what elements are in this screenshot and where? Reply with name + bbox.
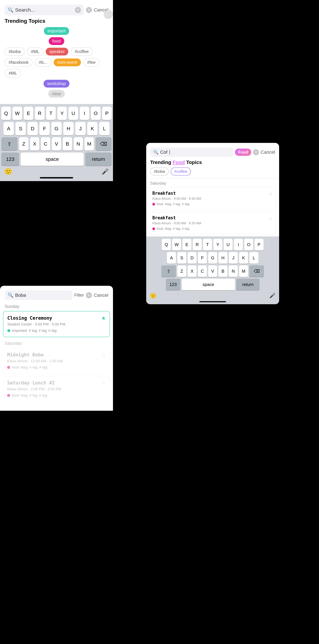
dismiss-button[interactable]: ✕	[86, 7, 92, 13]
rkey-q[interactable]: Q	[162, 239, 171, 250]
key-h[interactable]: H	[63, 122, 74, 135]
pill-boba[interactable]: #boba	[5, 47, 24, 56]
rkey-f[interactable]: F	[198, 252, 207, 264]
rkey-s[interactable]: S	[177, 252, 186, 264]
key-123[interactable]: 123	[1, 152, 19, 166]
event-card-midnight-boba[interactable]: Midnight Boba Klaus Atrium · 12:00 AM - …	[3, 348, 110, 374]
rkey-p[interactable]: P	[254, 239, 264, 250]
rkey-g[interactable]: G	[208, 252, 217, 264]
cancel-right-button[interactable]: Cancel	[261, 150, 275, 155]
key-shift[interactable]: ⇧	[1, 137, 18, 150]
key-p[interactable]: P	[102, 107, 112, 120]
key-z[interactable]: Z	[19, 137, 28, 150]
rkey-o[interactable]: O	[244, 239, 253, 250]
key-q[interactable]: Q	[1, 107, 11, 120]
key-v[interactable]: V	[52, 137, 61, 150]
food-filter-pill[interactable]: Food	[235, 148, 252, 156]
search-input-boba-value[interactable]: Boba	[15, 292, 26, 298]
key-e[interactable]: E	[24, 107, 33, 120]
key-b[interactable]: B	[63, 137, 72, 150]
key-backspace[interactable]: ⌫	[96, 137, 112, 150]
rkey-z[interactable]: Z	[177, 265, 186, 277]
rkey-u[interactable]: U	[224, 239, 232, 250]
clear-right-button[interactable]: ✕	[253, 149, 259, 155]
rkey-shift[interactable]: ⇧	[161, 265, 176, 277]
key-l[interactable]: L	[99, 122, 110, 135]
rkey-n[interactable]: N	[229, 265, 238, 277]
star-button-midnight[interactable]: ☆	[101, 352, 106, 358]
search-input-right-value[interactable]: Cof	[160, 150, 168, 155]
star-button-b1[interactable]: ☆	[268, 191, 273, 196]
key-space[interactable]: space	[21, 152, 84, 166]
pill-mini-event[interactable]: mini-event	[54, 58, 81, 66]
rkey-k[interactable]: K	[239, 252, 248, 264]
rkey-a[interactable]: A	[167, 252, 176, 264]
clear-boba-button[interactable]: ✕	[86, 292, 92, 298]
key-o[interactable]: O	[91, 107, 100, 120]
event-card-closing-ceremony[interactable]: Closing Ceremony Student Center · 4:00 P…	[3, 311, 110, 337]
key-t[interactable]: T	[46, 107, 56, 120]
key-i[interactable]: I	[80, 107, 89, 120]
key-y[interactable]: Y	[57, 107, 67, 120]
key-n[interactable]: N	[74, 137, 83, 150]
key-return[interactable]: return	[85, 152, 112, 166]
pill-speaker[interactable]: speaker	[46, 48, 68, 56]
key-d[interactable]: D	[28, 122, 38, 135]
rkey-t[interactable]: T	[203, 239, 212, 250]
key-m[interactable]: M	[84, 137, 94, 150]
key-c[interactable]: C	[41, 137, 50, 150]
mic-button-right[interactable]: 🎤	[269, 292, 276, 299]
rkey-x[interactable]: X	[188, 265, 196, 277]
pill-food[interactable]: food	[49, 37, 64, 45]
rkey-l[interactable]: L	[250, 252, 258, 264]
rkey-r[interactable]: R	[193, 239, 202, 250]
event-card-breakfast-1[interactable]: Breakfast Klaus Atrium · 9:00 AM - 9:30 …	[149, 187, 276, 210]
rkey-e[interactable]: E	[182, 239, 192, 250]
key-s[interactable]: S	[16, 122, 26, 135]
filter-button[interactable]: Filter	[74, 292, 84, 298]
rkey-i[interactable]: I	[234, 239, 243, 250]
rkey-j[interactable]: J	[229, 252, 238, 264]
rkey-c[interactable]: C	[198, 265, 207, 277]
pill-ml-2[interactable]: #ML	[5, 69, 21, 78]
star-button-lunch[interactable]: ☆	[101, 380, 106, 386]
pill-clear[interactable]: clear	[48, 90, 65, 98]
key-f[interactable]: F	[40, 122, 50, 135]
rkey-d[interactable]: D	[188, 252, 196, 264]
pill-fee[interactable]: #fee	[83, 58, 100, 67]
key-x[interactable]: X	[30, 137, 40, 150]
hash-boba[interactable]: #boba	[150, 168, 169, 176]
event-card-breakfast-2[interactable]: Breakfast Klaus Atrium · 9:00 AM - 9:30 …	[149, 212, 276, 234]
star-button-b2[interactable]: ☆	[268, 216, 273, 221]
rkey-b[interactable]: B	[218, 265, 228, 277]
key-k[interactable]: K	[87, 122, 98, 135]
key-u[interactable]: U	[68, 107, 78, 120]
key-a[interactable]: A	[4, 122, 14, 135]
pill-workshop[interactable]: workshop	[44, 80, 69, 88]
pill-b[interactable]: #b...	[35, 58, 51, 67]
pill-coffee[interactable]: #coffee	[70, 47, 93, 56]
rkey-w[interactable]: W	[172, 239, 181, 250]
key-w[interactable]: W	[12, 107, 22, 120]
search-input[interactable]: Search...	[15, 7, 73, 13]
hash-coffee[interactable]: #coffee	[171, 168, 191, 176]
emoji-button-right[interactable]: 🙂	[150, 292, 156, 299]
cancel-boba-button[interactable]: Cancel	[94, 292, 108, 298]
clear-search-button[interactable]: ✕	[75, 7, 81, 13]
pill-facebook[interactable]: #facebook	[5, 58, 32, 67]
rkey-backspace[interactable]: ⌫	[250, 265, 264, 277]
rkey-v[interactable]: V	[208, 265, 217, 277]
rkey-return[interactable]: return	[236, 279, 260, 290]
key-g[interactable]: G	[51, 122, 62, 135]
rkey-h[interactable]: H	[218, 252, 228, 264]
rkey-space[interactable]: space	[182, 279, 235, 290]
key-j[interactable]: J	[75, 122, 86, 135]
rkey-y[interactable]: Y	[213, 239, 222, 250]
star-button-closing[interactable]: ★	[101, 315, 106, 321]
pill-important[interactable]: important	[44, 27, 69, 35]
event-card-saturday-lunch[interactable]: Saturday Lunch #2 Klaus Atrium · 2:00 PM…	[3, 376, 110, 402]
mic-button[interactable]: 🎤	[102, 168, 109, 175]
rkey-123[interactable]: 123	[166, 279, 180, 290]
key-r[interactable]: R	[35, 107, 44, 120]
rkey-m[interactable]: M	[239, 265, 248, 277]
